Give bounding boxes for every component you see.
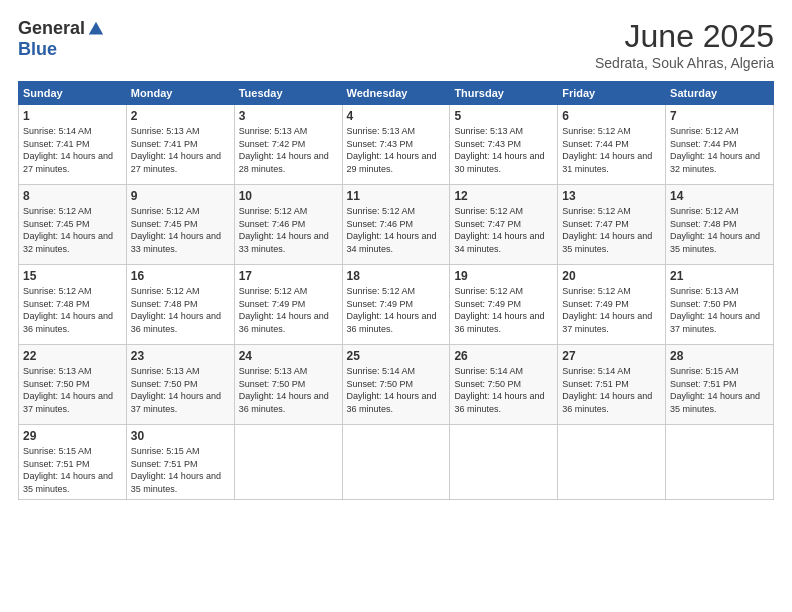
day-info: Sunrise: 5:12 AM Sunset: 7:46 PM Dayligh… — [347, 205, 446, 255]
day-info: Sunrise: 5:15 AM Sunset: 7:51 PM Dayligh… — [670, 365, 769, 415]
calendar-cell — [558, 425, 666, 500]
day-number: 12 — [454, 189, 553, 203]
calendar-cell: 26 Sunrise: 5:14 AM Sunset: 7:50 PM Dayl… — [450, 345, 558, 425]
calendar-cell — [342, 425, 450, 500]
calendar-week-row: 22 Sunrise: 5:13 AM Sunset: 7:50 PM Dayl… — [19, 345, 774, 425]
logo: General Blue — [18, 18, 105, 60]
day-number: 4 — [347, 109, 446, 123]
day-info: Sunrise: 5:12 AM Sunset: 7:44 PM Dayligh… — [562, 125, 661, 175]
day-number: 8 — [23, 189, 122, 203]
day-info: Sunrise: 5:12 AM Sunset: 7:45 PM Dayligh… — [23, 205, 122, 255]
svg-marker-0 — [89, 21, 103, 34]
calendar-cell: 29 Sunrise: 5:15 AM Sunset: 7:51 PM Dayl… — [19, 425, 127, 500]
day-info: Sunrise: 5:12 AM Sunset: 7:46 PM Dayligh… — [239, 205, 338, 255]
calendar-cell: 23 Sunrise: 5:13 AM Sunset: 7:50 PM Dayl… — [126, 345, 234, 425]
calendar-table: Sunday Monday Tuesday Wednesday Thursday… — [18, 81, 774, 500]
day-number: 5 — [454, 109, 553, 123]
day-info: Sunrise: 5:12 AM Sunset: 7:47 PM Dayligh… — [562, 205, 661, 255]
day-info: Sunrise: 5:12 AM Sunset: 7:48 PM Dayligh… — [131, 285, 230, 335]
logo-blue-text: Blue — [18, 39, 57, 60]
calendar-cell: 19 Sunrise: 5:12 AM Sunset: 7:49 PM Dayl… — [450, 265, 558, 345]
day-number: 24 — [239, 349, 338, 363]
calendar-cell: 7 Sunrise: 5:12 AM Sunset: 7:44 PM Dayli… — [666, 105, 774, 185]
calendar-cell: 3 Sunrise: 5:13 AM Sunset: 7:42 PM Dayli… — [234, 105, 342, 185]
day-info: Sunrise: 5:14 AM Sunset: 7:50 PM Dayligh… — [347, 365, 446, 415]
calendar-cell: 15 Sunrise: 5:12 AM Sunset: 7:48 PM Dayl… — [19, 265, 127, 345]
calendar-cell: 1 Sunrise: 5:14 AM Sunset: 7:41 PM Dayli… — [19, 105, 127, 185]
day-info: Sunrise: 5:13 AM Sunset: 7:43 PM Dayligh… — [454, 125, 553, 175]
calendar-cell: 12 Sunrise: 5:12 AM Sunset: 7:47 PM Dayl… — [450, 185, 558, 265]
calendar-cell: 10 Sunrise: 5:12 AM Sunset: 7:46 PM Dayl… — [234, 185, 342, 265]
day-info: Sunrise: 5:15 AM Sunset: 7:51 PM Dayligh… — [23, 445, 122, 495]
day-info: Sunrise: 5:12 AM Sunset: 7:49 PM Dayligh… — [347, 285, 446, 335]
day-info: Sunrise: 5:12 AM Sunset: 7:48 PM Dayligh… — [670, 205, 769, 255]
calendar-cell: 30 Sunrise: 5:15 AM Sunset: 7:51 PM Dayl… — [126, 425, 234, 500]
calendar-cell: 25 Sunrise: 5:14 AM Sunset: 7:50 PM Dayl… — [342, 345, 450, 425]
day-number: 13 — [562, 189, 661, 203]
day-number: 10 — [239, 189, 338, 203]
calendar-cell: 21 Sunrise: 5:13 AM Sunset: 7:50 PM Dayl… — [666, 265, 774, 345]
logo-general-text: General — [18, 18, 85, 39]
month-title: June 2025 — [595, 18, 774, 55]
day-number: 3 — [239, 109, 338, 123]
calendar-cell: 6 Sunrise: 5:12 AM Sunset: 7:44 PM Dayli… — [558, 105, 666, 185]
day-number: 30 — [131, 429, 230, 443]
header-friday: Friday — [558, 82, 666, 105]
calendar-cell: 22 Sunrise: 5:13 AM Sunset: 7:50 PM Dayl… — [19, 345, 127, 425]
day-info: Sunrise: 5:14 AM Sunset: 7:51 PM Dayligh… — [562, 365, 661, 415]
calendar-cell — [450, 425, 558, 500]
day-number: 25 — [347, 349, 446, 363]
page: General Blue June 2025 Sedrata, Souk Ahr… — [0, 0, 792, 612]
calendar-cell — [666, 425, 774, 500]
header-tuesday: Tuesday — [234, 82, 342, 105]
day-number: 1 — [23, 109, 122, 123]
calendar-cell: 4 Sunrise: 5:13 AM Sunset: 7:43 PM Dayli… — [342, 105, 450, 185]
day-info: Sunrise: 5:14 AM Sunset: 7:50 PM Dayligh… — [454, 365, 553, 415]
day-number: 19 — [454, 269, 553, 283]
day-info: Sunrise: 5:12 AM Sunset: 7:45 PM Dayligh… — [131, 205, 230, 255]
day-number: 16 — [131, 269, 230, 283]
calendar-week-row: 15 Sunrise: 5:12 AM Sunset: 7:48 PM Dayl… — [19, 265, 774, 345]
day-number: 28 — [670, 349, 769, 363]
day-info: Sunrise: 5:13 AM Sunset: 7:41 PM Dayligh… — [131, 125, 230, 175]
day-number: 11 — [347, 189, 446, 203]
calendar-week-row: 8 Sunrise: 5:12 AM Sunset: 7:45 PM Dayli… — [19, 185, 774, 265]
day-number: 18 — [347, 269, 446, 283]
day-info: Sunrise: 5:15 AM Sunset: 7:51 PM Dayligh… — [131, 445, 230, 495]
calendar-cell: 14 Sunrise: 5:12 AM Sunset: 7:48 PM Dayl… — [666, 185, 774, 265]
calendar-cell: 20 Sunrise: 5:12 AM Sunset: 7:49 PM Dayl… — [558, 265, 666, 345]
header-saturday: Saturday — [666, 82, 774, 105]
calendar-cell: 18 Sunrise: 5:12 AM Sunset: 7:49 PM Dayl… — [342, 265, 450, 345]
day-info: Sunrise: 5:12 AM Sunset: 7:47 PM Dayligh… — [454, 205, 553, 255]
calendar-cell: 28 Sunrise: 5:15 AM Sunset: 7:51 PM Dayl… — [666, 345, 774, 425]
day-number: 15 — [23, 269, 122, 283]
calendar-cell: 24 Sunrise: 5:13 AM Sunset: 7:50 PM Dayl… — [234, 345, 342, 425]
day-info: Sunrise: 5:13 AM Sunset: 7:50 PM Dayligh… — [131, 365, 230, 415]
calendar-cell: 13 Sunrise: 5:12 AM Sunset: 7:47 PM Dayl… — [558, 185, 666, 265]
header-thursday: Thursday — [450, 82, 558, 105]
calendar-cell: 9 Sunrise: 5:12 AM Sunset: 7:45 PM Dayli… — [126, 185, 234, 265]
day-number: 20 — [562, 269, 661, 283]
calendar-cell: 11 Sunrise: 5:12 AM Sunset: 7:46 PM Dayl… — [342, 185, 450, 265]
header-monday: Monday — [126, 82, 234, 105]
day-number: 6 — [562, 109, 661, 123]
header: General Blue June 2025 Sedrata, Souk Ahr… — [18, 18, 774, 71]
logo-icon — [87, 20, 105, 38]
day-number: 21 — [670, 269, 769, 283]
subtitle: Sedrata, Souk Ahras, Algeria — [595, 55, 774, 71]
calendar-cell: 2 Sunrise: 5:13 AM Sunset: 7:41 PM Dayli… — [126, 105, 234, 185]
day-info: Sunrise: 5:12 AM Sunset: 7:49 PM Dayligh… — [239, 285, 338, 335]
day-info: Sunrise: 5:12 AM Sunset: 7:48 PM Dayligh… — [23, 285, 122, 335]
calendar-cell: 17 Sunrise: 5:12 AM Sunset: 7:49 PM Dayl… — [234, 265, 342, 345]
day-info: Sunrise: 5:12 AM Sunset: 7:49 PM Dayligh… — [454, 285, 553, 335]
calendar-week-row: 1 Sunrise: 5:14 AM Sunset: 7:41 PM Dayli… — [19, 105, 774, 185]
day-info: Sunrise: 5:12 AM Sunset: 7:49 PM Dayligh… — [562, 285, 661, 335]
day-number: 22 — [23, 349, 122, 363]
day-info: Sunrise: 5:13 AM Sunset: 7:50 PM Dayligh… — [23, 365, 122, 415]
calendar-cell: 16 Sunrise: 5:12 AM Sunset: 7:48 PM Dayl… — [126, 265, 234, 345]
day-number: 26 — [454, 349, 553, 363]
day-number: 14 — [670, 189, 769, 203]
day-number: 2 — [131, 109, 230, 123]
day-info: Sunrise: 5:14 AM Sunset: 7:41 PM Dayligh… — [23, 125, 122, 175]
day-info: Sunrise: 5:12 AM Sunset: 7:44 PM Dayligh… — [670, 125, 769, 175]
